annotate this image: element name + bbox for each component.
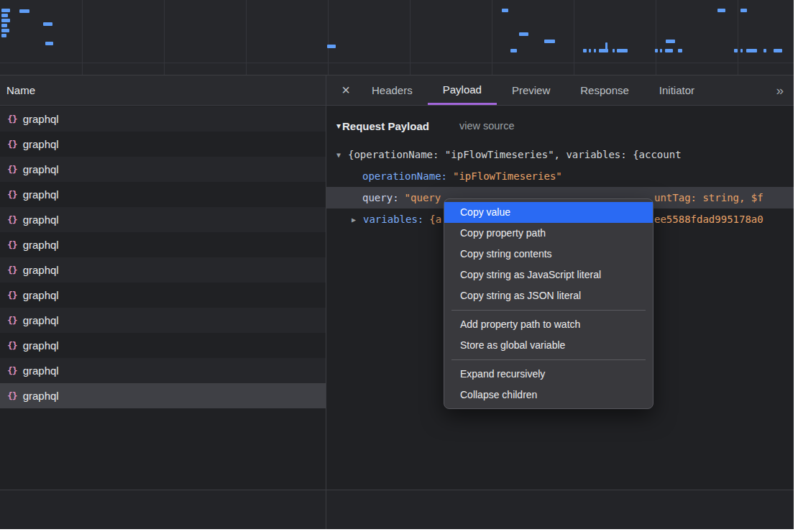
menu-item-copy-property-path[interactable]: Copy property path [444, 223, 653, 244]
request-row[interactable]: {}graphql [0, 207, 326, 232]
timeline-bar [665, 49, 673, 52]
request-list: {}graphql{}graphql{}graphql{}graphql{}gr… [0, 106, 326, 408]
menu-item-copy-string-as-javascript-literal[interactable]: Copy string as JavaScript literal [444, 265, 653, 285]
request-name: graphql [23, 339, 59, 352]
property-key: query: [362, 192, 399, 203]
request-row[interactable]: {}graphql [0, 157, 326, 182]
property-key: variables: [363, 214, 423, 225]
timeline-bar [746, 49, 757, 52]
timeline-bar [583, 49, 587, 52]
timeline-bar [502, 9, 508, 12]
payload-row-operationname[interactable]: operationName:"ipFlowTimeseries" [326, 165, 794, 187]
timeline-bar [544, 40, 555, 43]
json-braces-icon: {} [7, 365, 17, 376]
menu-item-add-property-path-to-watch[interactable]: Add property path to watch [444, 314, 653, 335]
timeline-bar [740, 9, 747, 12]
json-braces-icon: {} [7, 390, 17, 401]
request-payload-title: Request Payload [342, 120, 429, 132]
timeline-overview[interactable] [0, 0, 794, 75]
timeline-bar [1, 34, 6, 37]
page-background: Name × HeadersPayloadPreviewResponseInit… [0, 0, 798, 532]
property-key: operationName: [362, 170, 447, 182]
detail-tabs: × HeadersPayloadPreviewResponseInitiator… [326, 75, 794, 106]
request-row[interactable]: {}graphql [0, 358, 326, 383]
menu-separator [451, 310, 646, 311]
menu-item-store-as-global-variable[interactable]: Store as global variable [444, 335, 653, 356]
timeline-bar [717, 9, 725, 12]
request-row[interactable]: {}graphql [0, 383, 326, 408]
timeline-bar [740, 49, 743, 52]
tab-initiator[interactable]: Initiator [644, 75, 710, 105]
timeline-bar [1, 29, 9, 32]
payload-section-header: ▾ Request Payload view source [326, 115, 794, 137]
collapse-triangle-icon[interactable]: ▾ [336, 121, 341, 131]
request-name: graphql [23, 113, 59, 125]
request-row[interactable]: {}graphql [0, 283, 326, 308]
json-braces-icon: {} [7, 290, 17, 301]
timeline-bar [613, 49, 615, 52]
request-row[interactable]: {}graphql [0, 308, 326, 333]
property-value-end: untTag: string, $f [654, 187, 763, 208]
request-name: graphql [23, 264, 59, 276]
menu-item-copy-string-as-json-literal[interactable]: Copy string as JSON literal [444, 285, 653, 306]
timeline-bar [510, 49, 517, 52]
timeline-gridline [0, 63, 794, 63]
name-column-header[interactable]: Name [0, 75, 326, 106]
timeline-bar [1, 14, 8, 17]
json-braces-icon: {} [7, 139, 17, 150]
status-footer [0, 490, 794, 529]
tab-headers[interactable]: Headers [357, 75, 428, 105]
menu-item-collapse-children[interactable]: Collapse children [444, 385, 653, 405]
request-name: graphql [23, 289, 59, 301]
request-row[interactable]: {}graphql [0, 333, 326, 358]
timeline-bar [45, 42, 53, 45]
json-braces-icon: {} [7, 340, 17, 351]
request-row[interactable]: {}graphql [0, 232, 326, 257]
close-button[interactable]: × [335, 75, 357, 105]
tab-response[interactable]: Response [565, 75, 644, 105]
timeline-bar [655, 49, 658, 52]
payload-root-row[interactable]: ▼{operationName: "ipFlowTimeseries", var… [326, 144, 794, 165]
json-braces-icon: {} [7, 214, 17, 225]
timeline-bar [1, 19, 10, 22]
panel-resize-divider[interactable] [326, 75, 326, 529]
tab-payload[interactable]: Payload [428, 75, 497, 105]
request-row[interactable]: {}graphql [0, 182, 326, 207]
property-value-end: ee5588fdad995178a0 [654, 208, 763, 230]
timeline-bar [678, 49, 682, 52]
request-row[interactable]: {}graphql [0, 257, 326, 283]
close-icon: × [341, 82, 350, 98]
devtools-network-panel: Name × HeadersPayloadPreviewResponseInit… [0, 0, 794, 529]
timeline-bar [774, 49, 782, 52]
view-source-link[interactable]: view source [459, 120, 515, 132]
timeline-bar [519, 32, 528, 36]
chevron-double-right-icon: » [776, 83, 784, 98]
menu-item-copy-string-contents[interactable]: Copy string contents [444, 244, 653, 265]
menu-separator [451, 359, 646, 360]
request-name: graphql [23, 390, 59, 402]
triangle-down-icon[interactable]: ▼ [336, 145, 348, 165]
menu-item-expand-recursively[interactable]: Expand recursively [444, 364, 653, 385]
triangle-right-icon[interactable]: ▶ [352, 209, 363, 230]
property-value: "ipFlowTimeseries" [453, 170, 562, 182]
timeline-bar [660, 49, 662, 52]
timeline-bar [594, 49, 596, 52]
request-name: graphql [23, 163, 59, 175]
tab-preview[interactable]: Preview [497, 75, 565, 105]
tabs-container: HeadersPayloadPreviewResponseInitiator [357, 75, 710, 105]
request-row[interactable]: {}graphql [0, 106, 326, 132]
json-braces-icon: {} [7, 239, 17, 250]
timeline-bar [1, 24, 7, 27]
json-braces-icon: {} [7, 114, 17, 124]
json-braces-icon: {} [7, 164, 17, 175]
more-tabs-button[interactable]: » [776, 75, 784, 105]
request-name: graphql [23, 364, 59, 377]
request-name: graphql [23, 314, 59, 326]
timeline-bar [1, 9, 10, 12]
request-row[interactable]: {}graphql [0, 132, 326, 157]
request-name: graphql [23, 138, 59, 150]
json-braces-icon: {} [7, 265, 17, 275]
menu-item-copy-value[interactable]: Copy value [444, 202, 653, 223]
name-header-label: Name [6, 84, 35, 96]
timeline-bar [605, 42, 607, 52]
